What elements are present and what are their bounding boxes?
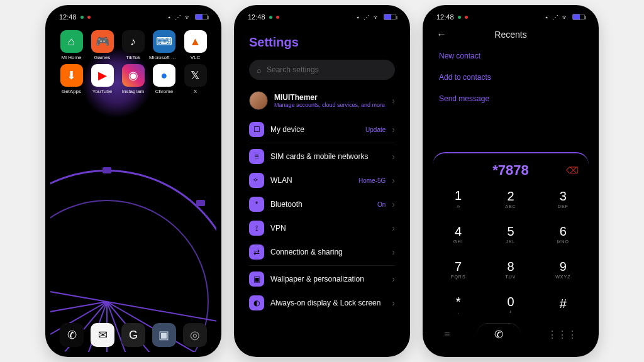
dock-messages[interactable]: ✉ [91, 323, 114, 347]
key-sub: TUV [505, 275, 516, 279]
key-sub: WXYZ [555, 275, 570, 279]
dialer-title: Recents [494, 30, 526, 40]
app-tiktok[interactable]: ♪TikTok [118, 30, 148, 60]
dialpad-icon[interactable]: ⋮⋮⋮ [547, 329, 577, 341]
app-label: Games [94, 55, 111, 60]
settings-row-sim-cards-mobile-networks[interactable]: ≡SIM cards & mobile networks› [249, 145, 395, 168]
battery-icon [572, 14, 585, 20]
bluetooth-icon: ⋆ [167, 14, 171, 21]
send-message[interactable]: Send message [428, 88, 594, 109]
settings-title: Settings [249, 35, 395, 50]
chevron-right-icon: › [392, 298, 395, 308]
app-icon: ▶ [91, 64, 114, 87]
app-getapps[interactable]: ⬇GetApps [57, 64, 86, 94]
battery-icon [195, 14, 208, 20]
key-#[interactable]: # [539, 288, 587, 321]
menu-icon[interactable]: ≡ [444, 329, 450, 340]
app-instagram[interactable]: ◉Instagram [118, 64, 148, 94]
settings-row-wlan[interactable]: ᯤWLANHome-5G› [249, 168, 395, 192]
key-*[interactable]: *, [434, 288, 482, 321]
key-digit: 3 [560, 189, 567, 204]
settings-row-icon: ◐ [249, 295, 264, 310]
key-sub: GHI [453, 239, 463, 244]
status-bar: 12:48 ⋆ ⋰ ᯤ [50, 10, 216, 24]
key-digit: * [456, 295, 461, 309]
settings-row-connection-sharing[interactable]: ⇄Connection & sharing› [249, 240, 395, 264]
key-3[interactable]: 3DEF [539, 182, 587, 215]
dock-google[interactable]: G [121, 323, 145, 347]
backspace-button[interactable]: ⌫ [566, 165, 579, 175]
settings-row-always-on-display-lock-screen[interactable]: ◐Always-on display & Lock screen› [249, 291, 395, 315]
app-vlc[interactable]: ▲VLC [180, 30, 210, 60]
app-label: X [194, 89, 197, 94]
back-button[interactable]: ← [436, 29, 447, 40]
key-digit: 6 [560, 224, 567, 239]
settings-row-label: SIM cards & mobile networks [270, 152, 386, 161]
notif-dot-2 [87, 16, 91, 19]
key-digit: 2 [507, 189, 514, 204]
app-icon: ● [153, 64, 175, 87]
app-microsoft-swiftkey-[interactable]: ⌨Microsoft SwiftKey … [149, 30, 179, 60]
settings-row-wallpaper-personalization[interactable]: ▣Wallpaper & personalization› [249, 267, 395, 291]
settings-row-icon: ⇄ [249, 244, 264, 260]
app-label: Mi Home [61, 55, 81, 60]
key-6[interactable]: 6MNO [539, 217, 587, 250]
settings-row-label: Always-on display & Lock screen [270, 299, 386, 307]
dock-phone[interactable]: ✆ [60, 323, 84, 347]
wifi-icon: ᯤ [374, 14, 380, 21]
app-x[interactable]: 𝕏X [180, 64, 210, 94]
key-2[interactable]: 2ABC [486, 182, 535, 215]
avatar [249, 91, 268, 110]
chevron-right-icon: › [392, 223, 395, 233]
key-8[interactable]: 8TUV [486, 253, 535, 285]
app-games[interactable]: 🎮Games [87, 30, 117, 60]
key-digit: 5 [507, 224, 514, 239]
profile-name: MIUIThemer [274, 93, 386, 102]
settings-row-vpn[interactable]: ⟟VPN› [249, 216, 395, 240]
settings-row-value: On [377, 201, 386, 208]
new-contact[interactable]: New contact [428, 45, 594, 67]
key-4[interactable]: 4GHI [434, 217, 482, 250]
chevron-right-icon: › [392, 247, 395, 257]
call-button[interactable]: ✆ [477, 323, 521, 346]
app-icon: ⌂ [60, 30, 83, 53]
app-youtube[interactable]: ▶YouTube [87, 64, 117, 94]
app-icon: ♪ [122, 30, 145, 53]
bluetooth-icon: ⋆ [356, 14, 360, 21]
signal-icon: ⋰ [364, 14, 370, 21]
key-sub: , [457, 310, 459, 314]
settings-row-value: Home-5G [358, 177, 386, 184]
key-7[interactable]: 7PQRS [434, 253, 482, 285]
settings-row-icon: * [249, 197, 264, 212]
app-mi-home[interactable]: ⌂Mi Home [57, 30, 86, 60]
dock-camera[interactable]: ◎ [183, 323, 207, 347]
app-label: Instagram [122, 89, 145, 94]
key-sub: DEF [558, 204, 569, 209]
key-digit: 8 [507, 260, 514, 274]
wifi-icon: ᯤ [562, 14, 569, 21]
search-input[interactable]: ⌕ Search settings [249, 60, 395, 80]
key-1[interactable]: 1ܣ [434, 182, 482, 215]
key-9[interactable]: 9WXYZ [539, 253, 587, 285]
app-label: Microsoft SwiftKey … [149, 55, 179, 60]
settings-row-my-device[interactable]: ☐My deviceUpdate› [249, 118, 395, 141]
key-sub: MNO [557, 239, 569, 244]
home-wallpaper[interactable]: ⌂Mi Home🎮Games♪TikTok⌨Microsoft SwiftKey… [50, 24, 216, 352]
dock-photos[interactable]: ▣ [152, 323, 176, 347]
settings-row-icon: ≡ [249, 149, 264, 164]
settings-row-bluetooth[interactable]: *BluetoothOn› [249, 192, 395, 216]
chevron-right-icon: › [392, 274, 395, 284]
app-chrome[interactable]: ●Chrome [149, 64, 179, 94]
add-to-contacts[interactable]: Add to contacts [428, 67, 594, 88]
key-digit: 0 [507, 295, 514, 309]
account-row[interactable]: MIUIThemer Manage accounts, cloud servic… [249, 87, 395, 114]
wifi-icon: ᯤ [185, 14, 191, 21]
profile-subtitle: Manage accounts, cloud services, and mor… [274, 102, 386, 109]
key-0[interactable]: 0+ [486, 288, 535, 321]
notif-dot-1 [80, 16, 84, 19]
key-digit: 1 [455, 189, 462, 203]
key-5[interactable]: 5JKL [486, 217, 535, 250]
app-icon: ⬇ [60, 64, 83, 87]
app-icon: ▲ [184, 30, 207, 53]
key-sub: JKL [506, 239, 515, 244]
